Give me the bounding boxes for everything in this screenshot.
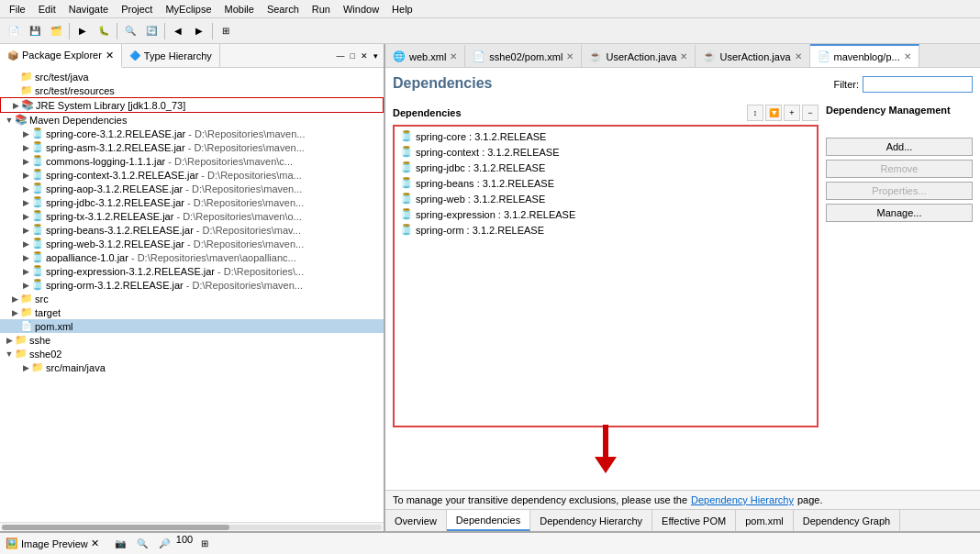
deps-icon-remove[interactable]: −	[802, 105, 819, 121]
menu-help[interactable]: Help	[386, 2, 418, 17]
tab-sshe02-pom-close[interactable]: ✕	[566, 51, 574, 61]
dep-item-spring-jdbc[interactable]: 🫙 spring-jdbc : 3.1.2.RELEASE	[396, 160, 815, 175]
toolbar-new[interactable]: 📄	[4, 21, 24, 41]
left-panel-controls: — □ ✕ ▾	[331, 44, 384, 67]
tab-effective-pom[interactable]: Effective POM	[652, 510, 736, 531]
tree-item-sshe02[interactable]: ▼ 📁 sshe02	[0, 347, 384, 360]
menu-file[interactable]: File	[4, 2, 31, 17]
maximize-left-btn[interactable]: □	[349, 50, 357, 61]
tree-item-maven-deps[interactable]: ▼ 📚 Maven Dependencies	[0, 113, 384, 127]
toolbar-save-all[interactable]: 🗂️	[46, 21, 66, 41]
close-left-btn[interactable]: ✕	[359, 50, 370, 61]
aopalliance-label: aopalliance-1.0.jar - D:\Repositories\ma…	[46, 252, 296, 263]
tab-overview[interactable]: Overview	[385, 510, 447, 531]
toolbar-forward[interactable]: ▶	[189, 21, 209, 41]
tree-item-target[interactable]: ▶ 📁 target	[0, 305, 384, 319]
toolbar-refresh[interactable]: 🔄	[141, 21, 161, 41]
toggle-jre: ▶	[10, 101, 21, 110]
menu-project[interactable]: Project	[116, 2, 158, 17]
btn-properties[interactable]: Properties...	[826, 182, 973, 200]
toolbar-debug[interactable]: 🐛	[94, 21, 114, 41]
tab-useraction2-close[interactable]: ✕	[795, 51, 802, 61]
left-panel-scrollbar[interactable]	[0, 522, 384, 531]
tab-package-explorer[interactable]: 📦 Package Explorer ✕	[0, 44, 122, 68]
dep-mgmt-label: Dependency Management	[826, 105, 973, 116]
btn-manage[interactable]: Manage...	[826, 204, 973, 222]
tab-useraction1-close[interactable]: ✕	[680, 51, 687, 61]
tree-item-sshe[interactable]: ▶ 📁 sshe	[0, 333, 384, 347]
tree-item-src-test-java[interactable]: 📁 src/test/java	[0, 70, 384, 83]
menu-run[interactable]: Run	[306, 2, 336, 17]
tab-pom-xml[interactable]: pom.xml	[736, 510, 794, 531]
tree-item-spring-beans[interactable]: ▶ 🫙 spring-beans-3.1.2.RELEASE.jar - D:\…	[0, 223, 384, 237]
toolbar-search[interactable]: 🔍	[120, 21, 140, 41]
tree-item-spring-core[interactable]: ▶ 🫙 spring-core-3.1.2.RELEASE.jar - D:\R…	[0, 127, 384, 140]
tree-item-spring-orm[interactable]: ▶ 🫙 spring-orm-3.1.2.RELEASE.jar - D:\Re…	[0, 278, 384, 292]
menu-navigate[interactable]: Navigate	[63, 2, 114, 17]
toolbar-run[interactable]: ▶	[72, 21, 93, 41]
tree-item-commons-logging[interactable]: ▶ 🫙 commons-logging-1.1.1.jar - D:\Repos…	[0, 154, 384, 168]
tab-useraction1[interactable]: ☕ UserAction.java ✕	[582, 44, 696, 67]
menu-window[interactable]: Window	[338, 2, 384, 17]
menu-search[interactable]: Search	[262, 2, 305, 17]
preview-btn-1[interactable]: 📷	[110, 534, 130, 554]
toolbar-save[interactable]: 💾	[25, 21, 45, 41]
tab-web-xml[interactable]: 🌐 web.xml ✕	[385, 44, 465, 67]
toolbar-perspective[interactable]: ⊞	[216, 21, 236, 41]
image-preview-close[interactable]: ✕	[91, 537, 99, 549]
deps-icon-add[interactable]: +	[784, 105, 800, 121]
tab-package-explorer-close[interactable]: ✕	[106, 50, 114, 61]
tree-item-src-main-java[interactable]: ▶ 📁 src/main/java	[0, 360, 384, 374]
left-panel: 📦 Package Explorer ✕ 🔷 Type Hierarchy — …	[0, 44, 385, 531]
spring-tx-icon: 🫙	[31, 210, 44, 222]
tab-mavenblog-close[interactable]: ✕	[904, 51, 911, 61]
dep-item-spring-expression[interactable]: 🫙 spring-expression : 3.1.2.RELEASE	[396, 206, 815, 222]
tab-dependencies[interactable]: Dependencies	[447, 510, 530, 531]
image-preview-tab[interactable]: 🖼️ Image Preview ✕	[6, 537, 99, 549]
src-test-java-icon: 📁	[20, 71, 33, 83]
tree-item-pom-xml[interactable]: 📄 pom.xml	[0, 319, 384, 333]
deps-icon-sort[interactable]: ↕	[747, 105, 763, 121]
dep-hierarchy-link[interactable]: Dependency Hierarchy	[691, 494, 794, 505]
tab-mavenblog[interactable]: 📄 mavenblog/p... ✕	[810, 44, 919, 67]
dep-item-spring-core[interactable]: 🫙 spring-core : 3.1.2.RELEASE	[396, 128, 815, 144]
preview-btn-fit[interactable]: ⊞	[195, 534, 215, 554]
tree-item-src[interactable]: ▶ 📁 src	[0, 292, 384, 305]
tree-item-spring-context[interactable]: ▶ 🫙 spring-context-3.1.2.RELEASE.jar - D…	[0, 168, 384, 182]
toolbar-back[interactable]: ◀	[168, 21, 188, 41]
tree-item-spring-aop[interactable]: ▶ 🫙 spring-aop-3.1.2.RELEASE.jar - D:\Re…	[0, 182, 384, 195]
pom-xml-label: pom.xml	[35, 321, 73, 332]
btn-remove[interactable]: Remove	[826, 160, 973, 178]
dep-item-spring-context[interactable]: 🫙 spring-context : 3.1.2.RELEASE	[396, 144, 815, 160]
sshe-label: sshe	[29, 335, 50, 346]
preview-btn-zoom-in[interactable]: 🔍	[132, 534, 152, 554]
menu-left-btn[interactable]: ▾	[372, 50, 380, 61]
tab-useraction2[interactable]: ☕ UserAction.java ✕	[696, 44, 809, 67]
toggle-spring-beans: ▶	[20, 226, 31, 235]
tree-item-src-test-resources[interactable]: 📁 src/test/resources	[0, 83, 384, 97]
tab-dep-hierarchy[interactable]: Dependency Hierarchy	[530, 510, 652, 531]
filter-input[interactable]	[863, 76, 973, 93]
dep-item-spring-orm[interactable]: 🫙 spring-orm : 3.1.2.RELEASE	[396, 222, 815, 238]
tree-item-aopalliance[interactable]: ▶ 🫙 aopalliance-1.0.jar - D:\Repositorie…	[0, 250, 384, 264]
tab-web-xml-close[interactable]: ✕	[450, 51, 457, 61]
deps-icon-filter[interactable]: 🔽	[765, 105, 782, 121]
src-test-resources-label: src/test/resources	[35, 85, 115, 96]
btn-add[interactable]: Add...	[826, 138, 973, 156]
tab-dep-graph[interactable]: Dependency Graph	[794, 510, 900, 531]
menu-mobile[interactable]: Mobile	[219, 2, 260, 17]
dep-item-spring-web[interactable]: 🫙 spring-web : 3.1.2.RELEASE	[396, 191, 815, 206]
menu-myeclipse[interactable]: MyEclipse	[160, 2, 217, 17]
tree-item-spring-jdbc[interactable]: ▶ 🫙 spring-jdbc-3.1.2.RELEASE.jar - D:\R…	[0, 195, 384, 209]
minimize-left-btn[interactable]: —	[335, 50, 347, 61]
tree-item-spring-web[interactable]: ▶ 🫙 spring-web-3.1.2.RELEASE.jar - D:\Re…	[0, 237, 384, 250]
tab-type-hierarchy[interactable]: 🔷 Type Hierarchy	[122, 44, 220, 67]
tab-sshe02-pom[interactable]: 📄 sshe02/pom.xml ✕	[465, 44, 582, 67]
dep-item-spring-beans[interactable]: 🫙 spring-beans : 3.1.2.RELEASE	[396, 175, 815, 191]
menu-edit[interactable]: Edit	[33, 2, 61, 17]
tree-item-spring-tx[interactable]: ▶ 🫙 spring-tx-3.1.2.RELEASE.jar - D:\Rep…	[0, 209, 384, 223]
tree-item-jre[interactable]: ▶ 📚 JRE System Library [jdk1.8.0_73]	[0, 97, 384, 113]
tree-item-spring-asm[interactable]: ▶ 🫙 spring-asm-3.1.2.RELEASE.jar - D:\Re…	[0, 140, 384, 154]
preview-btn-zoom-out[interactable]: 🔎	[154, 534, 174, 554]
tree-item-spring-expression[interactable]: ▶ 🫙 spring-expression-3.1.2.RELEASE.jar …	[0, 264, 384, 278]
